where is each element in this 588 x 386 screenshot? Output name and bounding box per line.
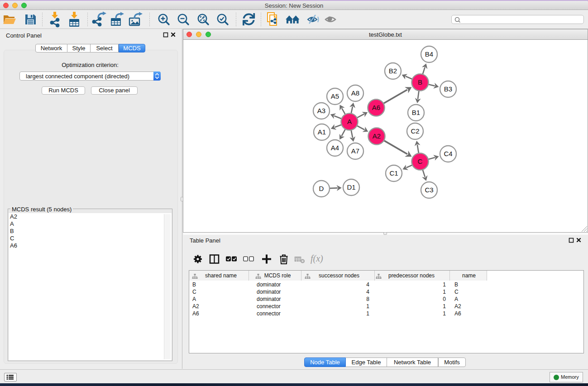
svg-text:A7: A7 (351, 147, 359, 155)
svg-text:A1: A1 (318, 128, 326, 136)
svg-text:A2: A2 (373, 132, 381, 140)
svg-text:A3: A3 (317, 107, 325, 114)
svg-text:B4: B4 (425, 50, 433, 58)
svg-text:A4: A4 (331, 144, 339, 152)
svg-text:D: D (319, 185, 324, 192)
svg-text:B1: B1 (412, 109, 420, 116)
svg-text:A: A (347, 118, 352, 125)
svg-text:C4: C4 (444, 150, 452, 157)
svg-text:A5: A5 (331, 92, 339, 100)
svg-text:C2: C2 (411, 127, 419, 135)
svg-text:C3: C3 (425, 186, 433, 194)
svg-text:C: C (418, 157, 423, 165)
svg-text:A6: A6 (372, 104, 380, 111)
svg-text:C1: C1 (389, 169, 398, 177)
svg-text:A8: A8 (351, 89, 359, 97)
svg-text:B2: B2 (389, 67, 397, 75)
svg-text:D1: D1 (347, 183, 355, 191)
svg-text:B: B (418, 78, 422, 86)
svg-text:B3: B3 (444, 85, 452, 93)
